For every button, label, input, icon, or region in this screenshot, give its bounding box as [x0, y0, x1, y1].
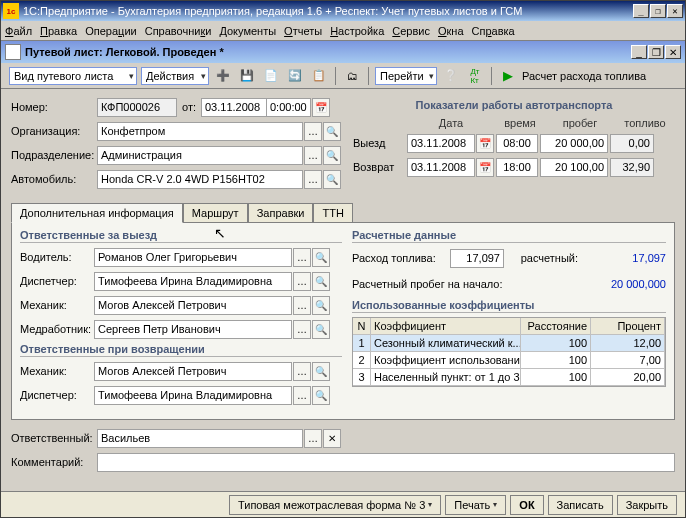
resp-clear-button[interactable]: ✕ [323, 429, 341, 448]
resp-label: Ответственный: [11, 432, 97, 444]
date-field[interactable]: 03.11.2008 [201, 98, 267, 117]
mileage-start-label: Расчетный пробег на начало: [352, 278, 512, 290]
view-type-dropdown[interactable]: Вид путевого листа [9, 67, 137, 85]
driver-label: Водитель: [20, 251, 94, 263]
tab-additional-info[interactable]: Дополнительная информация [11, 203, 183, 223]
depart-date[interactable]: 03.11.2008 [407, 134, 475, 153]
tool-dtkt-icon[interactable]: ДтКт [465, 66, 485, 86]
driver-field[interactable]: Романов Олег Григорьевич [94, 248, 292, 267]
ret-dispatcher-field[interactable]: Тимофеева Ирина Владимировна [94, 386, 292, 405]
return-mileage[interactable]: 20 100,00 [540, 158, 608, 177]
car-select-button[interactable]: … [304, 170, 322, 189]
tool-save-icon[interactable]: 💾 [237, 66, 257, 86]
calc-data-title: Расчетные данные [352, 229, 666, 243]
dispatcher-field[interactable]: Тимофеева Ирина Владимировна [94, 272, 292, 291]
mechanic-field[interactable]: Могов Алексей Петрович [94, 296, 292, 315]
return-date-picker-icon[interactable]: 📅 [476, 158, 494, 177]
tool-struct-icon[interactable]: 🗂 [342, 66, 362, 86]
go-dropdown[interactable]: Перейти [375, 67, 437, 85]
ok-button[interactable]: ОК [510, 495, 543, 515]
ret-mechanic-field[interactable]: Могов Алексей Петрович [94, 362, 292, 381]
doc-toolbar: Вид путевого листа Действия ➕ 💾 📄 🔄 📋 🗂 … [1, 63, 685, 89]
car-field[interactable]: Honda CR-V 2.0 4WD Р156НТ02 [97, 170, 303, 189]
calc-label[interactable]: Расчет расхода топлива [522, 70, 646, 82]
time-field[interactable]: 0:00:00 [267, 98, 311, 117]
menu-edit[interactable]: Правка [40, 25, 77, 37]
depart-fuel: 0,00 [610, 134, 654, 153]
return-time[interactable]: 18:00 [496, 158, 538, 177]
doc-title: Путевой лист: Легковой. Проведен * [25, 46, 631, 58]
menu-settings[interactable]: Настройка [330, 25, 384, 37]
tab-route[interactable]: Маршрут [183, 203, 248, 222]
org-field[interactable]: Конфетпром [97, 122, 303, 141]
restore-button[interactable]: ❐ [650, 4, 666, 18]
return-label: Возврат [353, 161, 407, 173]
doc-restore-button[interactable]: ❐ [648, 45, 664, 59]
form-template-button[interactable]: Типовая межотраслевая форма № 3 [229, 495, 441, 515]
driver-search-icon[interactable]: 🔍 [312, 248, 330, 267]
col-name: Коэффициент [371, 318, 521, 334]
org-select-button[interactable]: … [304, 122, 322, 141]
coeffs-table[interactable]: N Коэффициент Расстояние Процент 1 Сезон… [352, 317, 666, 387]
number-field[interactable]: КФП000026 [97, 98, 177, 117]
medic-field[interactable]: Сергеев Петр Иванович [94, 320, 292, 339]
close-button[interactable]: ✕ [667, 4, 683, 18]
date-picker-icon[interactable]: 📅 [312, 98, 330, 117]
depart-date-picker-icon[interactable]: 📅 [476, 134, 494, 153]
dept-search-icon[interactable]: 🔍 [323, 146, 341, 165]
medic-search-icon[interactable]: 🔍 [312, 320, 330, 339]
menu-file[interactable]: Файл [5, 25, 32, 37]
return-staff-title: Ответственные при возвращении [20, 343, 342, 357]
dispatcher-search-icon[interactable]: 🔍 [312, 272, 330, 291]
tool-help-icon[interactable]: ❔ [441, 66, 461, 86]
comment-label: Комментарий: [11, 456, 97, 468]
col-date: Дата [407, 117, 495, 129]
mechanic-select-button[interactable]: … [293, 296, 311, 315]
calc-value: 17,097 [578, 252, 666, 264]
depart-mileage[interactable]: 20 000,00 [540, 134, 608, 153]
close-doc-button[interactable]: Закрыть [617, 495, 677, 515]
dept-label: Подразделение: [11, 149, 97, 161]
comment-field[interactable] [97, 453, 675, 472]
ret-mechanic-search-icon[interactable]: 🔍 [312, 362, 330, 381]
ret-dispatcher-label: Диспетчер: [20, 389, 94, 401]
depart-time[interactable]: 08:00 [496, 134, 538, 153]
tool-doc-icon[interactable]: 📄 [261, 66, 281, 86]
medic-select-button[interactable]: … [293, 320, 311, 339]
minimize-button[interactable]: _ [633, 4, 649, 18]
col-time: время [495, 117, 545, 129]
driver-select-button[interactable]: … [293, 248, 311, 267]
tool-add-icon[interactable]: ➕ [213, 66, 233, 86]
col-pct: Процент [591, 318, 665, 334]
save-button[interactable]: Записать [548, 495, 613, 515]
resp-field[interactable]: Васильев [97, 429, 303, 448]
menu-reports[interactable]: Отчеты [284, 25, 322, 37]
dispatcher-select-button[interactable]: … [293, 272, 311, 291]
org-search-icon[interactable]: 🔍 [323, 122, 341, 141]
calc-play-icon[interactable]: ▶ [498, 66, 518, 86]
ret-dispatcher-select-button[interactable]: … [293, 386, 311, 405]
print-button[interactable]: Печать [445, 495, 506, 515]
menu-service[interactable]: Сервис [392, 25, 430, 37]
dept-field[interactable]: Администрация [97, 146, 303, 165]
tab-ttn[interactable]: ТТН [313, 203, 352, 222]
fuel-cons-field[interactable]: 17,097 [450, 249, 504, 268]
ret-dispatcher-search-icon[interactable]: 🔍 [312, 386, 330, 405]
tab-refuel[interactable]: Заправки [248, 203, 314, 222]
return-date[interactable]: 03.11.2008 [407, 158, 475, 177]
car-search-icon[interactable]: 🔍 [323, 170, 341, 189]
menu-help[interactable]: Справка [472, 25, 515, 37]
menu-ref[interactable]: Справочники [145, 25, 212, 37]
tool-refresh-icon[interactable]: 🔄 [285, 66, 305, 86]
tool-list-icon[interactable]: 📋 [309, 66, 329, 86]
mechanic-search-icon[interactable]: 🔍 [312, 296, 330, 315]
doc-close-button[interactable]: ✕ [665, 45, 681, 59]
doc-minimize-button[interactable]: _ [631, 45, 647, 59]
actions-dropdown[interactable]: Действия [141, 67, 209, 85]
menu-ops[interactable]: Операции [85, 25, 136, 37]
resp-select-button[interactable]: … [304, 429, 322, 448]
menu-windows[interactable]: Окна [438, 25, 464, 37]
dept-select-button[interactable]: … [304, 146, 322, 165]
menu-docs[interactable]: Документы [219, 25, 276, 37]
ret-mechanic-select-button[interactable]: … [293, 362, 311, 381]
